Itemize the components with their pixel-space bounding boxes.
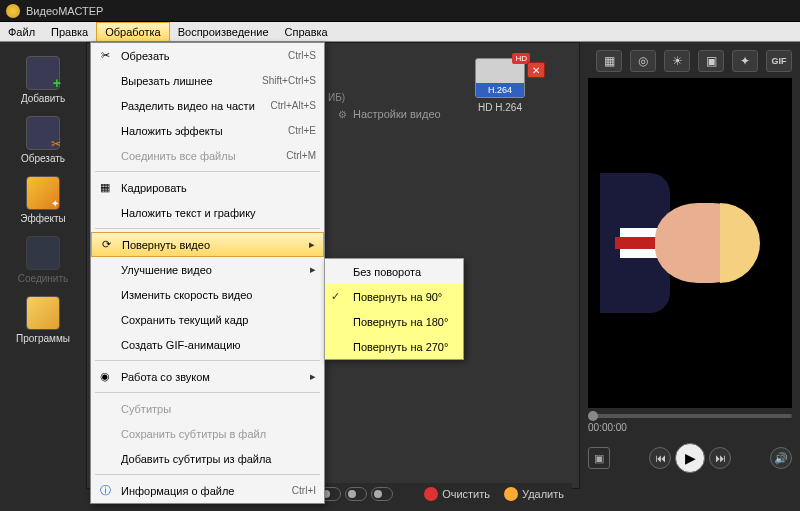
video-preview[interactable] bbox=[588, 78, 792, 408]
submenu-item-none[interactable]: Без поворота bbox=[325, 259, 463, 284]
tool-enhance-icon[interactable]: ◎ bbox=[630, 50, 656, 72]
bb-delete[interactable]: Удалить bbox=[504, 487, 564, 501]
menu-help[interactable]: Справка bbox=[277, 22, 336, 41]
sidebar-join: Соединить bbox=[10, 232, 76, 288]
video-frame-content bbox=[610, 143, 770, 343]
crop-icon: ✂ bbox=[97, 48, 113, 64]
time-display: 00:00:00 bbox=[588, 422, 792, 433]
timeline[interactable] bbox=[588, 414, 792, 418]
submenu-item-270[interactable]: Повернуть на 270° bbox=[325, 334, 463, 359]
check-icon: ✓ bbox=[331, 290, 340, 303]
codec-label: H.264 bbox=[476, 83, 524, 97]
app-logo-icon bbox=[6, 4, 20, 18]
menu-item-saveframe[interactable]: Сохранить текущий кадр bbox=[91, 307, 324, 332]
tool-frame-icon[interactable]: ▣ bbox=[698, 50, 724, 72]
app-title: ВидеоМАСТЕР bbox=[26, 5, 103, 17]
submenu-arrow-icon: ▸ bbox=[309, 238, 315, 251]
menu-file[interactable]: Файл bbox=[0, 22, 43, 41]
menu-item-savesubs: Сохранить субтитры в файл bbox=[91, 421, 324, 446]
submenu-arrow-icon: ▸ bbox=[310, 370, 316, 383]
playhead-icon[interactable] bbox=[588, 411, 598, 421]
menubar: Файл Правка Обработка Воспроизведение Сп… bbox=[0, 22, 800, 42]
audio-icon: ◉ bbox=[97, 369, 113, 385]
frame-icon: ▦ bbox=[97, 180, 113, 196]
effects-icon bbox=[26, 176, 60, 210]
titlebar: ВидеоМАСТЕР bbox=[0, 0, 800, 22]
volume-button[interactable]: 🔊 bbox=[770, 447, 792, 469]
submenu-item-90[interactable]: ✓Повернуть на 90° bbox=[325, 284, 463, 309]
view-toggles[interactable] bbox=[319, 487, 393, 501]
menu-item-split[interactable]: Разделить видео на частиCtrl+Alt+S bbox=[91, 93, 324, 118]
cut-icon bbox=[26, 116, 60, 150]
bb-clear[interactable]: Очистить bbox=[424, 487, 490, 501]
play-button[interactable]: ▶ bbox=[675, 443, 705, 473]
rotate-submenu: Без поворота ✓Повернуть на 90° Повернуть… bbox=[324, 258, 464, 360]
sidebar-programs[interactable]: Программы bbox=[10, 292, 76, 348]
snapshot-button[interactable]: ▣ bbox=[588, 447, 610, 469]
prev-button[interactable]: ⏮ bbox=[649, 447, 671, 469]
tool-brightness-icon[interactable]: ☀ bbox=[664, 50, 690, 72]
submenu-arrow-icon: ▸ bbox=[310, 263, 316, 276]
sidebar-add[interactable]: Добавить bbox=[10, 52, 76, 108]
video-settings-link[interactable]: Настройки видео bbox=[338, 108, 441, 120]
menu-process[interactable]: Обработка bbox=[96, 22, 169, 41]
clear-icon bbox=[424, 487, 438, 501]
preview-tools: ▦ ◎ ☀ ▣ ✦ GIF bbox=[588, 50, 792, 72]
submenu-item-180[interactable]: Повернуть на 180° bbox=[325, 309, 463, 334]
tool-speed-icon[interactable]: ✦ bbox=[732, 50, 758, 72]
menu-item-gif[interactable]: Создать GIF-анимацию bbox=[91, 332, 324, 357]
menu-item-trim[interactable]: Вырезать лишнееShift+Ctrl+S bbox=[91, 68, 324, 93]
tool-crop-icon[interactable]: ▦ bbox=[596, 50, 622, 72]
delete-icon bbox=[504, 487, 518, 501]
menu-item-text[interactable]: Наложить текст и графику bbox=[91, 200, 324, 225]
programs-icon bbox=[26, 296, 60, 330]
filesize-label: ИБ) bbox=[328, 92, 345, 103]
menu-item-info[interactable]: ⓘИнформация о файлеCtrl+I bbox=[91, 478, 324, 503]
menu-item-merge: Соединить все файлыCtrl+M bbox=[91, 143, 324, 168]
menu-item-enhance[interactable]: Улучшение видео▸ bbox=[91, 257, 324, 282]
menu-item-subs: Субтитры bbox=[91, 396, 324, 421]
menu-item-overlay[interactable]: Наложить эффектыCtrl+E bbox=[91, 118, 324, 143]
menu-item-speed[interactable]: Изменить скорость видео bbox=[91, 282, 324, 307]
thumb-caption: HD H.264 bbox=[460, 102, 540, 113]
tool-gif-button[interactable]: GIF bbox=[766, 50, 792, 72]
rotate-icon: ⟳ bbox=[98, 237, 114, 253]
menu-item-crop[interactable]: ✂ОбрезатьCtrl+S bbox=[91, 43, 324, 68]
menu-item-audio[interactable]: ◉Работа со звуком▸ bbox=[91, 364, 324, 389]
menu-edit[interactable]: Правка bbox=[43, 22, 96, 41]
add-icon bbox=[26, 56, 60, 90]
preview-panel: ▦ ◎ ☀ ▣ ✦ GIF 00:00:00 ▣ ⏮ ▶ ⏭ 🔊 bbox=[580, 42, 800, 489]
info-icon: ⓘ bbox=[97, 483, 113, 499]
menu-item-frame[interactable]: ▦Кадрировать bbox=[91, 175, 324, 200]
close-button[interactable]: ✕ bbox=[527, 62, 545, 78]
sidebar: Добавить Обрезать Эффекты Соединить Прог… bbox=[0, 42, 86, 489]
join-icon bbox=[26, 236, 60, 270]
menu-item-addsubs[interactable]: Добавить субтитры из файла bbox=[91, 446, 324, 471]
next-button[interactable]: ⏭ bbox=[709, 447, 731, 469]
sidebar-cut[interactable]: Обрезать bbox=[10, 112, 76, 168]
menu-item-rotate[interactable]: ⟳Повернуть видео▸ bbox=[91, 232, 324, 257]
menu-playback[interactable]: Воспроизведение bbox=[170, 22, 277, 41]
process-menu: ✂ОбрезатьCtrl+S Вырезать лишнееShift+Ctr… bbox=[90, 42, 325, 504]
sidebar-effects[interactable]: Эффекты bbox=[10, 172, 76, 228]
